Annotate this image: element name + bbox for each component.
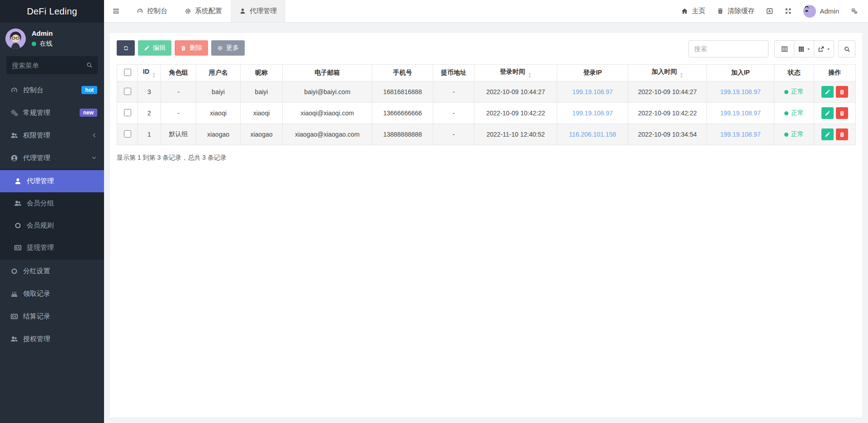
status-badge: 正常 — [784, 130, 804, 138]
grid-icon — [798, 46, 805, 52]
cell-withdraw_address: - — [433, 124, 474, 145]
cell-withdraw_address: - — [433, 81, 474, 103]
column-label: 手机号 — [393, 69, 412, 76]
sidebar-item-agent[interactable]: 代理管理 — [0, 147, 104, 169]
column-label: ID — [143, 68, 149, 75]
sort-icon: ▲▼ — [680, 72, 683, 78]
export-button[interactable] — [814, 40, 834, 57]
clear-cache-button[interactable]: 清除缓存 — [711, 0, 760, 22]
ip-link[interactable]: 116.206.101.158 — [569, 131, 616, 138]
user-menu[interactable]: Admin — [797, 0, 845, 22]
select-all-checkbox[interactable] — [124, 69, 131, 76]
menu-search — [6, 56, 98, 74]
common-search-button[interactable] — [774, 40, 794, 57]
sidebar-subitem-member-rule[interactable]: 会员规则 — [0, 214, 104, 237]
nav-tab-system-config[interactable]: 系统配置 — [176, 0, 231, 22]
sidebar-subitem-agent-manage[interactable]: 代理管理 — [0, 170, 104, 192]
fullscreen-button[interactable] — [779, 0, 797, 22]
sidebar-subitem-member-group[interactable]: 会员分组 — [0, 192, 104, 214]
columns-button[interactable] — [794, 40, 814, 57]
circle-icon — [12, 222, 23, 229]
refresh-button[interactable] — [117, 40, 135, 56]
sidebar-item-label: 分红设置 — [23, 267, 97, 276]
language-button[interactable] — [760, 0, 779, 22]
column-header-role_group: 角色组 — [161, 65, 196, 81]
status-badge: 正常 — [784, 109, 804, 117]
ip-link[interactable]: 199.19.108.97 — [720, 88, 761, 95]
sidebar-subitem-withdraw-manage[interactable]: 提现管理 — [0, 237, 104, 259]
user-icon — [12, 177, 23, 185]
column-header-id[interactable]: ID▲▼ — [138, 65, 161, 81]
sidebar-item-claim-records[interactable]: 领取记录 — [0, 282, 104, 305]
column-header-nickname: 昵称 — [241, 65, 283, 81]
gears-icon — [851, 8, 858, 14]
sidebar-item-label: 会员分组 — [27, 199, 97, 208]
more-button[interactable]: 更多 — [211, 40, 245, 56]
sidebar-item-general[interactable]: 常规管理new — [0, 101, 104, 124]
column-header-ops: 操作 — [814, 65, 856, 81]
column-header-username: 用户名 — [196, 65, 241, 81]
cell-id: 1 — [138, 124, 161, 145]
cell-login_ip: 199.19.108.97 — [557, 81, 628, 103]
row-delete-button[interactable] — [836, 128, 848, 140]
sidebar-item-console[interactable]: 控制台hot — [0, 79, 104, 101]
view-controls — [774, 40, 834, 57]
ip-link[interactable]: 199.19.108.97 — [720, 131, 761, 138]
cell-join_ip: 199.19.108.97 — [707, 81, 774, 103]
cell-login_time: 2022-10-09 10:44:27 — [474, 81, 557, 103]
row-edit-button[interactable] — [821, 86, 834, 98]
ip-link[interactable]: 199.19.108.97 — [572, 109, 613, 117]
home-link[interactable]: 主页 — [675, 0, 711, 22]
row-checkbox[interactable] — [124, 88, 131, 95]
gauge-icon — [137, 8, 143, 14]
cell-role_group: 默认组 — [161, 124, 196, 145]
home-icon — [681, 8, 688, 14]
row-delete-button[interactable] — [836, 86, 848, 98]
cell-login_ip: 199.19.108.97 — [557, 103, 628, 124]
caret-down-icon — [806, 47, 811, 51]
sidebar-item-settlement-records[interactable]: 结算记录 — [0, 305, 104, 328]
column-header-join_time[interactable]: 加入时间▲▼ — [628, 65, 707, 81]
search-icon — [844, 46, 850, 52]
trash-icon — [839, 110, 845, 116]
status-dot — [784, 90, 788, 94]
list-icon — [781, 46, 788, 52]
export-icon — [818, 46, 825, 52]
row-select-cell — [117, 81, 138, 103]
search-icon — [86, 62, 93, 68]
sidebar-item-authorization[interactable]: 授权管理 — [0, 328, 104, 350]
column-label: 操作 — [829, 69, 841, 76]
nav-tabs: 控制台系统配置代理管理 — [128, 0, 285, 22]
settings-button[interactable] — [845, 0, 863, 22]
sidebar-item-dividend-settings[interactable]: 分红设置 — [0, 260, 104, 282]
panel: 编辑 删除 更多 — [110, 33, 862, 417]
sidebar-item-permissions[interactable]: 权限管理 — [0, 124, 104, 147]
nav-tab-console[interactable]: 控制台 — [128, 0, 176, 22]
trash-icon — [717, 8, 724, 14]
table-search-input[interactable] — [688, 40, 768, 57]
row-edit-button[interactable] — [821, 128, 834, 140]
row-edit-button[interactable] — [821, 107, 834, 119]
nav-tab-agent-manage[interactable]: 代理管理 — [231, 0, 285, 22]
cell-id: 2 — [138, 103, 161, 124]
menu-search-input[interactable] — [6, 56, 98, 74]
column-header-select — [117, 65, 138, 81]
delete-button[interactable]: 删除 — [175, 40, 208, 56]
row-checkbox[interactable] — [124, 109, 131, 116]
ip-link[interactable]: 199.19.108.97 — [572, 88, 613, 95]
sidebar-toggle-button[interactable] — [104, 0, 128, 22]
cell-status: 正常 — [774, 103, 814, 124]
row-delete-button[interactable] — [836, 107, 848, 119]
cake-icon — [9, 290, 19, 298]
avatar[interactable] — [5, 29, 26, 49]
clear-cache-label: 清除缓存 — [727, 7, 754, 15]
cell-login_time: 2022-11-10 12:40:52 — [474, 124, 557, 145]
edit-button-label: 编辑 — [153, 44, 166, 52]
row-checkbox[interactable] — [124, 130, 131, 138]
edit-button[interactable]: 编辑 — [138, 40, 171, 56]
column-header-login_time[interactable]: 登录时间▲▼ — [474, 65, 557, 81]
search-toggle-button[interactable] — [838, 40, 855, 57]
user-circle-icon — [9, 154, 19, 162]
ip-link[interactable]: 199.19.108.97 — [720, 109, 761, 117]
home-label: 主页 — [692, 7, 705, 15]
